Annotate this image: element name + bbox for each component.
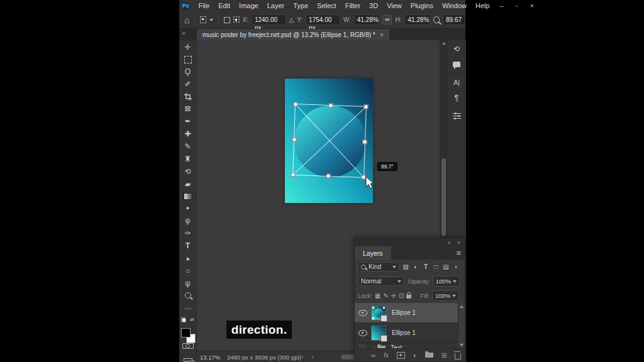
transform-handle-mid-right[interactable]: [362, 140, 367, 144]
menu-image[interactable]: Image: [235, 2, 263, 9]
type-tool[interactable]: T: [182, 242, 194, 250]
status-next-icon[interactable]: ›: [301, 353, 303, 360]
lock-all-icon[interactable]: [406, 295, 411, 299]
layer-thumbnail[interactable]: [371, 326, 386, 341]
filter-toggle-icon[interactable]: ●: [452, 264, 460, 270]
menu-type[interactable]: Type: [289, 2, 313, 9]
hand-tool[interactable]: ψ: [182, 280, 194, 288]
lock-paint-icon[interactable]: ✎: [383, 292, 388, 299]
eyedropper-tool[interactable]: ✒: [182, 118, 194, 126]
layer-row-ellipse-1-bg[interactable]: Ellipse 1: [355, 323, 465, 343]
layer-thumbnail[interactable]: [371, 305, 386, 321]
scroll-up-icon[interactable]: [442, 42, 446, 45]
visibility-eye-icon[interactable]: [358, 310, 367, 316]
toggle-reference-point-icon[interactable]: [224, 17, 230, 23]
menu-window[interactable]: Window: [438, 2, 471, 9]
blur-tool[interactable]: ●: [182, 204, 194, 212]
close-tab-icon[interactable]: ×: [380, 31, 384, 38]
filter-smart-objects-icon[interactable]: ▤: [442, 263, 450, 270]
transform-handle-top-center[interactable]: [328, 103, 333, 107]
close-button[interactable]: ×: [525, 3, 540, 9]
layers-scrollbar[interactable]: [458, 303, 465, 349]
fill-input[interactable]: 100%: [432, 290, 459, 301]
add-layer-mask-icon[interactable]: [397, 352, 405, 359]
filter-adjustment-layers-icon[interactable]: ◐: [412, 263, 419, 270]
delete-layer-icon[interactable]: [455, 353, 461, 359]
rectangular-marquee-tool[interactable]: [182, 56, 194, 63]
menu-edit[interactable]: Edit: [214, 2, 235, 9]
paragraph-panel-icon[interactable]: ¶: [455, 93, 458, 102]
toolbar-overflow-icon[interactable]: »: [182, 30, 186, 36]
maintain-aspect-ratio-icon[interactable]: ∞: [382, 15, 392, 25]
transform-handle-mid-left[interactable]: [292, 137, 296, 141]
menu-filter[interactable]: Filter: [341, 2, 365, 9]
filter-shape-layers-icon[interactable]: □: [432, 263, 440, 270]
path-selection-tool[interactable]: ►: [182, 255, 194, 263]
quick-mask-button[interactable]: [182, 343, 194, 349]
crop-tool[interactable]: [182, 93, 194, 101]
status-prev-icon[interactable]: ‹: [311, 353, 313, 360]
home-icon[interactable]: ⌂: [184, 15, 189, 25]
edit-toolbar-button[interactable]: …: [182, 303, 194, 311]
transform-handle-top-right[interactable]: [364, 104, 368, 109]
visibility-eye-icon[interactable]: [358, 330, 367, 336]
transform-reference-icon[interactable]: [200, 16, 206, 23]
document-tab[interactable]: music poster by freeject.net.psd @ 13.2%…: [197, 29, 389, 40]
lock-artboard-icon[interactable]: ⊡: [399, 292, 404, 299]
menu-3d[interactable]: 3D: [365, 2, 382, 9]
height-input[interactable]: 41.28%: [404, 14, 430, 25]
transform-handle-bottom-left[interactable]: [291, 172, 295, 177]
layer-effects-icon[interactable]: fx: [384, 352, 389, 359]
swap-colors-icon[interactable]: ⇄: [190, 317, 194, 322]
menu-view[interactable]: View: [382, 2, 406, 9]
default-colors-icon[interactable]: [181, 317, 186, 322]
transform-handle-top-left[interactable]: [293, 102, 297, 106]
foreground-color-swatch[interactable]: [181, 328, 191, 337]
link-layers-icon[interactable]: ∞: [371, 352, 375, 359]
lasso-tool[interactable]: Ǫ: [182, 68, 194, 76]
gradient-tool[interactable]: [182, 193, 194, 200]
scroll-down-icon[interactable]: [460, 344, 464, 346]
collapse-panel-icon[interactable]: «: [448, 239, 451, 246]
close-panel-icon[interactable]: ×: [457, 239, 460, 246]
quick-selection-tool[interactable]: ✐: [182, 80, 194, 89]
brush-tool[interactable]: ✎: [182, 143, 194, 151]
layer-name[interactable]: Ellipse 1: [392, 309, 416, 316]
menu-file[interactable]: File: [194, 2, 214, 9]
rotation-angle-input[interactable]: 89.67: [443, 14, 465, 25]
relative-position-icon[interactable]: △: [289, 16, 294, 23]
layer-row-ellipse-1[interactable]: Ellipse 1: [355, 303, 465, 323]
frame-tool[interactable]: ⊠: [182, 105, 194, 113]
history-brush-tool[interactable]: ⟲: [182, 168, 194, 176]
y-position-input[interactable]: 1754.00 px: [306, 14, 340, 25]
tab-layers[interactable]: Layers: [355, 246, 391, 260]
character-panel-icon[interactable]: A|: [453, 77, 460, 87]
vertical-scrollbar-thumb[interactable]: [441, 158, 446, 236]
minimize-button[interactable]: –: [494, 3, 509, 9]
transform-bounding-box[interactable]: [292, 104, 367, 178]
menu-layer[interactable]: Layer: [263, 2, 289, 9]
menu-select[interactable]: Select: [313, 2, 341, 9]
lock-transparency-icon[interactable]: ▦: [375, 292, 380, 299]
restore-button[interactable]: ▫: [509, 3, 525, 9]
pen-tool[interactable]: ✑: [182, 229, 194, 238]
ellipse-tool[interactable]: ○: [182, 267, 194, 275]
new-adjustment-layer-icon[interactable]: ◐: [413, 352, 417, 359]
rotate-icon[interactable]: [433, 16, 440, 23]
menu-help[interactable]: Help: [471, 2, 494, 9]
menu-plugins[interactable]: Plugins: [406, 2, 438, 9]
new-layer-icon[interactable]: ⊞: [441, 352, 447, 359]
filter-kind-select[interactable]: Kind: [358, 262, 399, 272]
properties-panel-icon[interactable]: [453, 111, 461, 120]
opacity-input[interactable]: 100%: [433, 276, 460, 287]
zoom-level-input[interactable]: 13.17%: [200, 354, 220, 361]
history-panel-icon[interactable]: ⟲: [453, 44, 460, 53]
blend-mode-select[interactable]: Normal: [358, 277, 404, 286]
clone-stamp-tool[interactable]: ♜: [182, 155, 194, 163]
move-tool[interactable]: ✛: [182, 43, 194, 52]
filter-pixel-layers-icon[interactable]: ▨: [402, 263, 409, 270]
width-input[interactable]: 41.28%: [354, 14, 380, 25]
dodge-tool[interactable]: φ: [182, 217, 194, 225]
panel-menu-icon[interactable]: ≡: [452, 246, 465, 260]
filter-type-layers-icon[interactable]: T: [422, 263, 430, 270]
